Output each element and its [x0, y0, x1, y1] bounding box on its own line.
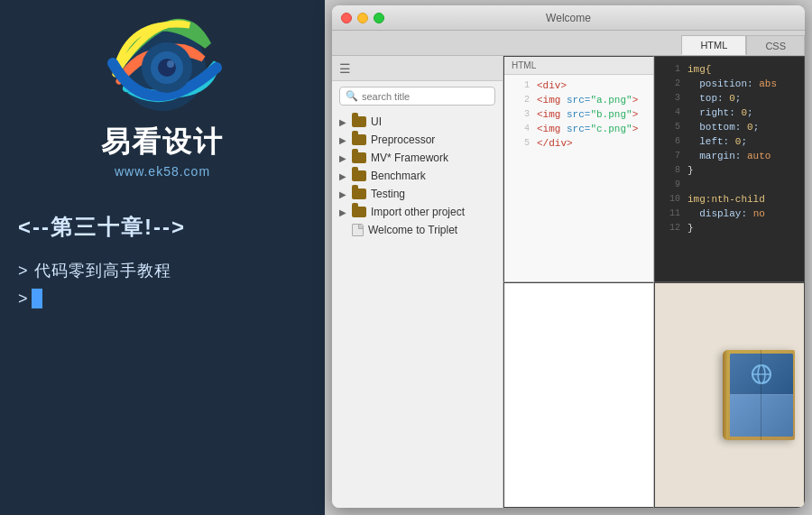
- tree-arrow: ▶: [339, 153, 350, 163]
- tree-label: Testing: [371, 188, 405, 200]
- code-line: 2 position: abs: [655, 77, 804, 91]
- book-card-icon: [723, 350, 795, 440]
- list-item[interactable]: ▶ Testing: [332, 185, 503, 203]
- tree-label: Welcome to Triplet: [368, 224, 457, 236]
- logo-icon: [99, 9, 226, 126]
- minimize-button[interactable]: [357, 13, 368, 23]
- book-spine: [723, 350, 728, 440]
- code-line: 1 <div>: [504, 78, 653, 93]
- code-line: 5 bottom: 0;: [655, 120, 804, 134]
- code-line: 7 margin: auto: [655, 149, 804, 163]
- left-panel: 易看设计 www.ek58.com <--第三十章!--> > 代码零到高手教程…: [0, 0, 325, 515]
- window-content: ☰ 🔍 ▶ UI ▶ Pr: [332, 56, 805, 508]
- html-code-content: 1 <div> 2 <img src="a.png"> 3 <img src="…: [504, 75, 653, 154]
- subtitle-line: > 代码零到高手教程: [18, 260, 325, 281]
- tree-items: ▶ UI ▶ Preprocessor ▶ MV* Framework: [332, 111, 503, 508]
- tab-css[interactable]: CSS: [746, 35, 805, 55]
- tree-arrow: ▶: [339, 171, 350, 181]
- list-item[interactable]: ▶ Benchmark: [332, 167, 503, 185]
- code-line: 3 top: 0;: [655, 91, 804, 106]
- code-line: 2 <img src="a.png">: [504, 93, 653, 107]
- brand-name: 易看设计: [101, 123, 224, 162]
- list-item[interactable]: ▶ UI: [332, 113, 503, 131]
- cursor-block: [32, 289, 42, 308]
- tree-label: Benchmark: [371, 170, 426, 182]
- tree-label: UI: [371, 115, 382, 128]
- book-divider: [761, 350, 761, 440]
- logo-area: 易看设计 www.ek58.com: [99, 9, 226, 179]
- list-item[interactable]: ▶ MV* Framework: [332, 149, 503, 167]
- close-button[interactable]: [341, 13, 352, 23]
- search-input[interactable]: [362, 91, 489, 102]
- sidebar: ☰ 🔍 ▶ UI ▶ Pr: [332, 56, 503, 508]
- chapter-title: <--第三十章!-->: [18, 213, 325, 242]
- brand-url: www.ek58.com: [115, 164, 210, 179]
- folder-icon: [352, 116, 366, 127]
- tree-arrow: ▶: [339, 117, 350, 127]
- code-line: 4 <img src="c.png">: [504, 122, 653, 136]
- code-line: 11 display: no: [655, 207, 804, 221]
- search-icon: 🔍: [346, 90, 358, 102]
- right-panel: Welcome HTML CSS ☰ 🔍: [325, 0, 812, 515]
- tree-label: MV* Framework: [371, 152, 448, 164]
- folder-icon: [352, 189, 366, 199]
- window-title: Welcome: [546, 12, 591, 24]
- tree-label: Preprocessor: [371, 133, 435, 146]
- cursor-arrow: >: [18, 290, 28, 308]
- bottom-right-pane: [654, 282, 805, 509]
- folder-icon: [352, 152, 366, 163]
- hamburger-icon[interactable]: ☰: [339, 61, 351, 76]
- tab-bar: HTML CSS: [332, 31, 805, 56]
- tree-label: Import other project: [371, 206, 465, 218]
- html-code-pane: HTML 1 <div> 2 <img src="a.png"> 3: [503, 56, 654, 282]
- tree-arrow: ▶: [339, 189, 350, 199]
- bottom-left-pane: [503, 282, 654, 509]
- file-icon: [352, 224, 364, 236]
- list-item[interactable]: ▶ Preprocessor: [332, 131, 503, 149]
- tab-buttons: HTML CSS: [681, 31, 805, 55]
- search-box[interactable]: 🔍: [339, 87, 495, 106]
- code-line: 4 right: 0;: [655, 106, 804, 120]
- code-line: 8 }: [655, 163, 804, 178]
- code-area: HTML 1 <div> 2 <img src="a.png"> 3: [503, 56, 805, 508]
- folder-icon: [352, 170, 366, 181]
- code-line: 9: [655, 178, 804, 192]
- list-item[interactable]: ▶ Import other project: [332, 203, 503, 221]
- code-line: 3 <img src="b.png">: [504, 107, 653, 122]
- chapter-area: <--第三十章!--> > 代码零到高手教程 >: [0, 213, 325, 308]
- svg-point-4: [167, 60, 174, 68]
- tree-arrow: ▶: [339, 207, 350, 217]
- tab-html[interactable]: HTML: [681, 35, 746, 55]
- title-bar: Welcome: [332, 5, 805, 31]
- code-line: 5 </div>: [504, 136, 653, 151]
- folder-icon: [352, 134, 366, 145]
- code-line: 1 img{: [655, 62, 804, 77]
- tree-arrow: ▶: [339, 135, 350, 145]
- folder-icon: [352, 207, 366, 217]
- code-line: 12 }: [655, 221, 804, 235]
- svg-point-3: [158, 59, 176, 77]
- cursor-line: >: [18, 289, 325, 308]
- code-line: 6 left: 0;: [655, 134, 804, 149]
- traffic-lights: [341, 13, 384, 23]
- app-window: Welcome HTML CSS ☰ 🔍: [332, 5, 805, 508]
- sidebar-toolbar: ☰: [332, 56, 503, 81]
- list-item[interactable]: ▶ Welcome to Triplet: [332, 221, 503, 239]
- css-code-content: 1 img{ 2 position: abs 3 top: 0; 4: [655, 57, 804, 239]
- css-code-pane: 1 img{ 2 position: abs 3 top: 0; 4: [654, 56, 805, 282]
- html-pane-header: HTML: [504, 57, 653, 75]
- maximize-button[interactable]: [374, 13, 384, 23]
- code-line: 10 img:nth-child: [655, 192, 804, 207]
